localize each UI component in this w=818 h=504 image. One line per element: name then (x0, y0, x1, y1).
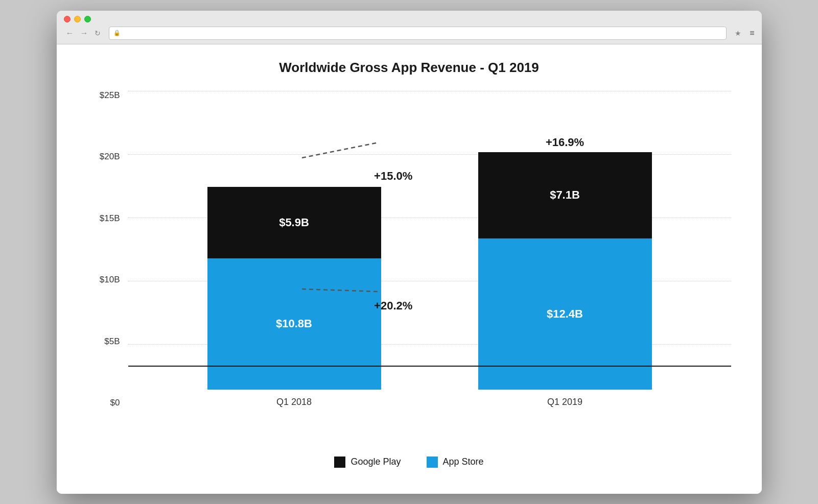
app-store-growth-annotation: +15.0% (374, 170, 412, 183)
chart-area: $25B $20B $15B $10B $5B $0 (87, 91, 731, 448)
forward-button[interactable]: → (78, 28, 90, 38)
bookmark-icon[interactable]: ★ (735, 29, 741, 37)
y-label-10b: $10B (100, 275, 120, 284)
minimize-button[interactable] (74, 16, 81, 22)
y-label-25b: $25B (100, 91, 120, 100)
google-play-growth-annotation: +20.2% (374, 299, 412, 313)
address-bar[interactable]: 🔒 (109, 27, 727, 40)
app-store-growth-label: +15.0% (374, 170, 412, 183)
y-label-20b: $20B (100, 152, 120, 161)
bar-app-store-2019: $12.4B (478, 238, 652, 390)
close-button[interactable] (64, 16, 71, 22)
bar-stack-q1-2019: $12.4B $7.1B (478, 152, 652, 390)
bars-area: $10.8B $5.9B Q1 2018 (128, 91, 731, 407)
x-label-q1-2019: Q1 2019 (547, 397, 582, 407)
bar-google-play-2018: $5.9B (207, 187, 381, 258)
y-label-15b: $15B (100, 214, 120, 223)
bar-group-q1-2019: +16.9% $12.4B $7.1B (478, 136, 652, 407)
google-play-growth-label: +20.2% (374, 299, 412, 313)
traffic-lights (64, 16, 755, 22)
legend-swatch-google-play (334, 457, 345, 468)
browser-chrome: ← → ↻ 🔒 ★ ≡ (57, 11, 762, 44)
bar-group-q1-2018: $10.8B $5.9B Q1 2018 (207, 187, 381, 407)
back-button[interactable]: ← (64, 28, 76, 38)
legend-item-google-play: Google Play (334, 457, 401, 468)
y-axis: $25B $20B $15B $10B $5B $0 (87, 91, 128, 407)
y-label-5b: $5B (104, 337, 120, 346)
legend-label-app-store: App Store (443, 457, 484, 467)
chart-container: Worldwide Gross App Revenue - Q1 2019 $2… (87, 60, 731, 468)
x-label-q1-2018: Q1 2018 (276, 397, 312, 407)
chart-title: Worldwide Gross App Revenue - Q1 2019 (87, 60, 731, 76)
nav-buttons: ← → ↻ (64, 28, 103, 38)
menu-icon[interactable]: ≡ (750, 29, 754, 38)
toolbar-row: ← → ↻ 🔒 ★ ≡ (64, 27, 755, 40)
chart-plot: $10.8B $5.9B Q1 2018 (128, 91, 731, 407)
x-axis-line (128, 366, 731, 367)
legend-item-app-store: App Store (427, 457, 484, 468)
maximize-button[interactable] (84, 16, 91, 22)
lock-icon: 🔒 (113, 30, 121, 36)
y-label-0: $0 (110, 398, 120, 407)
legend: Google Play App Store (87, 457, 731, 468)
reload-button[interactable]: ↻ (92, 28, 103, 38)
legend-swatch-app-store (427, 457, 438, 468)
bar-google-play-2019: $7.1B (478, 152, 652, 238)
browser-content: Worldwide Gross App Revenue - Q1 2019 $2… (57, 44, 762, 494)
browser-window: ← → ↻ 🔒 ★ ≡ Worldwide Gross App Revenue … (57, 11, 762, 494)
bar-app-store-2018: $10.8B (207, 258, 381, 390)
bar-stack-q1-2018: $10.8B $5.9B (207, 187, 381, 390)
legend-label-google-play: Google Play (350, 457, 401, 467)
total-growth-label: +16.9% (546, 136, 584, 149)
